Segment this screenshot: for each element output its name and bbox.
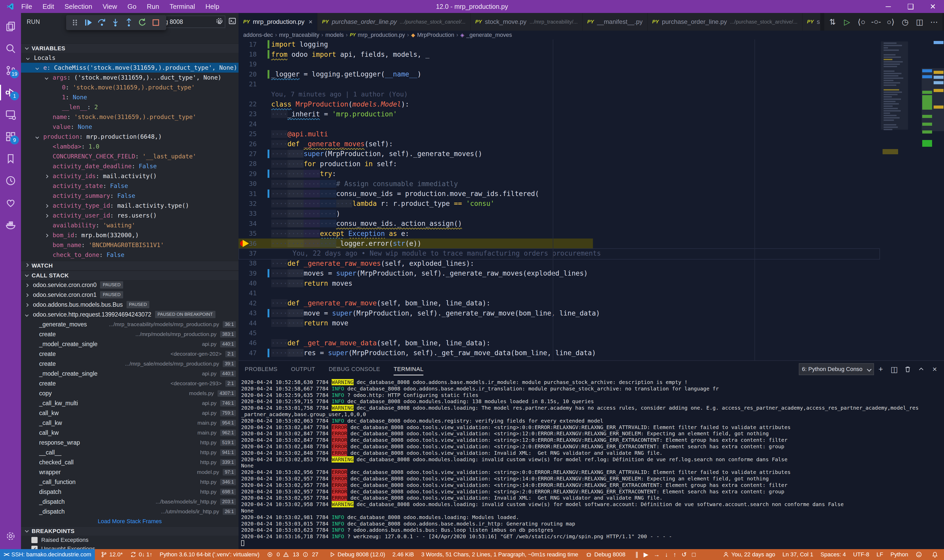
section-watch[interactable]: WATCH: [21, 261, 238, 270]
nav-location-icon[interactable]: -○-: [869, 14, 883, 29]
encoding[interactable]: UTF-8: [849, 549, 873, 560]
stack-frame[interactable]: _call_functionhttp.py346:1: [21, 477, 238, 487]
tab-__manifest__-py[interactable]: PY__manifest__.py: [583, 13, 647, 31]
stack-frame[interactable]: checked_callhttp.py339:1: [21, 457, 238, 467]
editor-gutter[interactable]: 21: [238, 79, 271, 89]
editor-gutter[interactable]: 29: [238, 169, 271, 178]
variable-row[interactable]: activity_user_id: res.users(): [21, 211, 238, 220]
stack-thread[interactable]: odoo.service.cron.cron1PAUSED: [21, 290, 238, 300]
breakpoint-row[interactable]: Uncaught Exceptions: [21, 545, 238, 549]
python-interpreter[interactable]: Python 3.6.10 64-bit ('.venv': virtualen…: [156, 549, 263, 560]
extensions-icon[interactable]: 9: [0, 127, 21, 146]
breakpoint-row[interactable]: Raised Exceptions: [21, 535, 238, 545]
editor-gutter[interactable]: 34: [238, 218, 271, 228]
feedback-smiley[interactable]: [912, 549, 928, 560]
current-breakpoint-icon[interactable]: [240, 240, 252, 247]
stack-frame[interactable]: _model_create_singleapi.py440:1: [21, 369, 238, 378]
debug-session[interactable]: Debug 8008: [582, 549, 629, 560]
load-more-stack-frames[interactable]: Load More Stack Frames: [21, 517, 238, 526]
menu-edit[interactable]: Edit: [37, 0, 59, 13]
variable-row[interactable]: __len__: 2: [21, 102, 238, 112]
timeline-icon[interactable]: [0, 171, 21, 191]
variable-row[interactable]: name: 'stock.move(311659,).product_type': [21, 112, 238, 122]
stack-frame[interactable]: _call_kw_multiapi.py746:1: [21, 398, 238, 408]
variable-row[interactable]: Locals: [21, 53, 238, 63]
menu-selection[interactable]: Selection: [59, 0, 97, 13]
breakpoint-checkbox[interactable]: [31, 546, 38, 549]
variable-row[interactable]: e: CacheMiss('stock.move(311659,).produc…: [21, 63, 238, 72]
language-mode[interactable]: Python: [887, 549, 912, 560]
breadcrumb-item[interactable]: PYmrp_production.py›: [350, 32, 409, 38]
debug-control-icon[interactable]: ∥: [635, 551, 638, 558]
stack-frame[interactable]: create.../mrp_sale/models/mrp_production…: [21, 359, 238, 369]
variable-row[interactable]: 1: None: [21, 92, 238, 102]
stack-frame[interactable]: call_kwmain.py962:1: [21, 428, 238, 438]
step-over-icon[interactable]: [95, 16, 109, 29]
debug-control-icon[interactable]: →: [653, 551, 660, 558]
new-terminal-icon[interactable]: +: [874, 363, 887, 375]
section-breakpoints[interactable]: BREAKPOINTS: [21, 526, 238, 535]
editor-gutter[interactable]: 36: [238, 238, 271, 248]
tab-purchase_order_line-py[interactable]: PYpurchase_order_line.py.../purchase_sto…: [317, 13, 470, 31]
variable-row[interactable]: production: mrp.production(6648,): [21, 132, 238, 142]
menu-view[interactable]: View: [97, 0, 122, 13]
editor-gutter[interactable]: 37: [238, 248, 271, 258]
restart-icon[interactable]: [135, 16, 149, 29]
sync-changes[interactable]: 0↓ 1↑: [126, 549, 156, 560]
menu-file[interactable]: File: [16, 0, 37, 13]
variable-row[interactable]: <lambda>: 1.0: [21, 142, 238, 151]
section-variables[interactable]: VARIABLES: [21, 43, 238, 53]
explorer-icon[interactable]: [0, 17, 21, 36]
variable-row[interactable]: activity_date_deadline: False: [21, 161, 238, 171]
variable-row[interactable]: check_to_done: False: [21, 250, 238, 260]
cursor-position[interactable]: Ln 37, Col 1: [779, 549, 817, 560]
menu-go[interactable]: Go: [122, 0, 142, 13]
breadcrumb-item[interactable]: addons-dec›: [243, 32, 277, 38]
bookmarks-icon[interactable]: [0, 149, 21, 169]
stack-frame[interactable]: wrappermodel.py97:1: [21, 467, 238, 477]
minimap[interactable]: [883, 39, 906, 360]
compare-changes-icon[interactable]: ⇅: [825, 14, 840, 29]
debug-control-icon[interactable]: ↺: [682, 551, 687, 558]
stack-frame[interactable]: copymodels.py4307:1: [21, 388, 238, 398]
minimize-icon[interactable]: ─: [877, 0, 899, 13]
code-editor[interactable]: 17import logging18from odoo import api, …: [238, 39, 944, 360]
stop-icon[interactable]: [149, 16, 163, 29]
file-size[interactable]: 2.46 KiB: [389, 549, 418, 560]
run-and-debug-icon[interactable]: 1: [0, 83, 21, 102]
stack-frame[interactable]: _call_kwmain.py954:1: [21, 418, 238, 428]
tab-close-icon[interactable]: ×: [309, 18, 312, 26]
more-actions-icon[interactable]: ⋯: [927, 14, 941, 29]
kill-terminal-icon[interactable]: [901, 363, 915, 375]
terminal-picker[interactable]: 6: Python Debug Conso: [799, 363, 874, 375]
breadcrumb-item[interactable]: ◈_generate_moves: [460, 32, 512, 38]
panel-tab-terminal[interactable]: TERMINAL: [394, 361, 423, 377]
tab-stock_move-py[interactable]: PYstock_move.py.../mrp_traceability/...: [470, 13, 583, 31]
debug-control-icon[interactable]: ▶: [644, 551, 648, 558]
notifications-bell[interactable]: [928, 549, 944, 560]
editor-gutter[interactable]: 45: [238, 328, 271, 338]
debug-console-icon[interactable]: [228, 17, 237, 26]
nav-back-icon[interactable]: ⟨○: [854, 14, 869, 29]
variable-row[interactable]: availability: 'waiting': [21, 220, 238, 230]
editor-gutter[interactable]: 35: [238, 228, 271, 238]
settings-gear-icon[interactable]: [0, 526, 21, 546]
editor-gutter[interactable]: 27: [238, 149, 271, 158]
gitlens-blame[interactable]: You, 22 days ago: [719, 549, 779, 560]
split-editor-icon[interactable]: ◫: [912, 14, 927, 29]
editor-gutter[interactable]: 40: [238, 278, 271, 288]
editor-gutter[interactable]: 22: [238, 99, 271, 109]
variable-row[interactable]: args: ('stock.move(311659,)...duct_type'…: [21, 72, 238, 82]
run-python-file-icon[interactable]: ▷: [840, 14, 854, 29]
breadcrumb-item[interactable]: models›: [325, 32, 348, 38]
editor-gutter[interactable]: 24: [238, 119, 271, 129]
tab-purchase_order_line-py[interactable]: PYpurchase_order_line.py.../purchase_sto…: [648, 13, 803, 31]
variable-row[interactable]: CONCURRENCY_CHECK_FIELD: '__last_update': [21, 151, 238, 161]
nav-forward-icon[interactable]: ○⟩: [883, 14, 898, 29]
continue-icon[interactable]: [81, 16, 95, 29]
authors-codelens[interactable]: You, 7 minutes ago | 1 author (You): [238, 89, 944, 99]
stack-frame[interactable]: call_kwapi.py759:1: [21, 408, 238, 418]
variable-row[interactable]: bom_id: mrp.bom(332000,): [21, 230, 238, 240]
split-terminal-icon[interactable]: ◫: [887, 363, 901, 375]
favorites-icon[interactable]: [0, 193, 21, 212]
